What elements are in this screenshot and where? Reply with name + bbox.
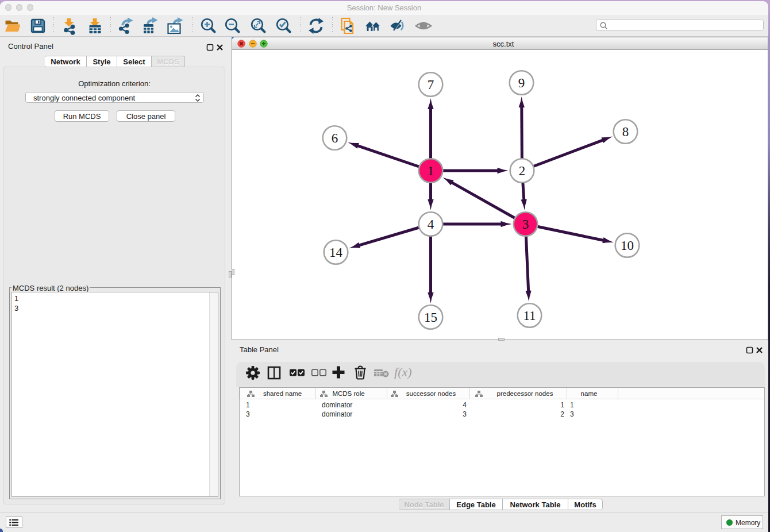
svg-text:3: 3 xyxy=(522,217,529,232)
svg-text:8: 8 xyxy=(622,125,629,139)
svg-text:4: 4 xyxy=(428,217,434,232)
svg-text:9: 9 xyxy=(518,76,525,90)
svg-text:11: 11 xyxy=(523,309,536,323)
svg-text:6: 6 xyxy=(332,131,338,145)
svg-text:1: 1 xyxy=(428,164,434,178)
svg-text:14: 14 xyxy=(329,245,343,260)
svg-text:15: 15 xyxy=(424,310,437,325)
svg-text:7: 7 xyxy=(428,78,434,92)
svg-text:10: 10 xyxy=(621,238,634,253)
svg-text:2: 2 xyxy=(519,164,526,178)
